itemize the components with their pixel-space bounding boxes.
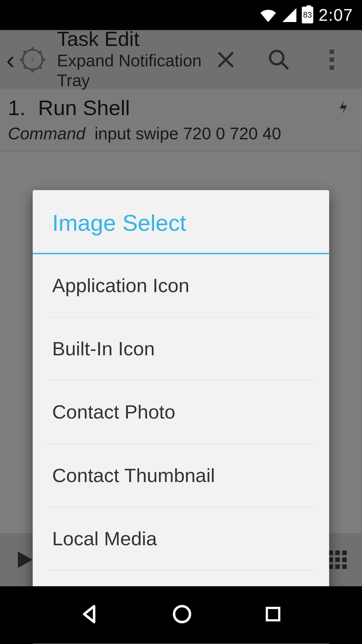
cell-signal-icon — [282, 8, 296, 22]
dialog-options-list: Application Icon Built-In Icon Contact P… — [33, 254, 329, 644]
option-local-media[interactable]: Local Media — [46, 507, 316, 570]
option-contact-thumbnail[interactable]: Contact Thumbnail — [46, 444, 316, 507]
wifi-icon — [259, 8, 277, 22]
status-time: 2:07 — [319, 6, 353, 25]
svg-point-25 — [174, 606, 190, 622]
option-contact-photo[interactable]: Contact Photo — [46, 381, 316, 444]
svg-rect-26 — [267, 608, 279, 620]
battery-percent: 83 — [303, 10, 312, 20]
nav-home-icon[interactable] — [170, 602, 194, 628]
nav-recent-icon[interactable] — [262, 603, 283, 626]
option-application-icon[interactable]: Application Icon — [46, 254, 316, 317]
option-built-in-icon[interactable]: Built-In Icon — [46, 318, 316, 381]
image-select-dialog: Image Select Application Icon Built-In I… — [33, 190, 329, 644]
battery-icon: 83 — [302, 7, 313, 23]
android-nav-bar — [0, 586, 362, 644]
nav-back-icon[interactable] — [78, 602, 102, 628]
dialog-title: Image Select — [33, 190, 329, 253]
status-bar: 83 2:07 — [0, 0, 362, 30]
